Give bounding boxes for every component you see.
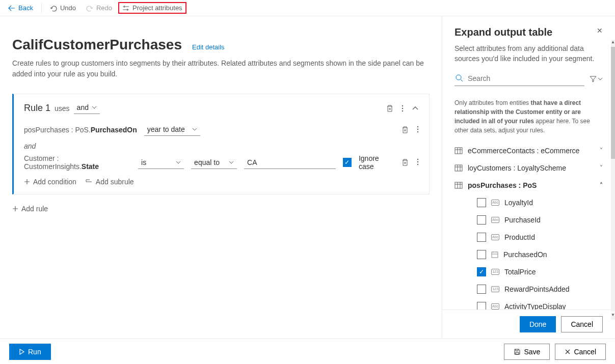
operator-dropdown[interactable]: year to date bbox=[144, 123, 200, 136]
svg-point-0 bbox=[402, 105, 403, 106]
attribute-checkbox[interactable] bbox=[477, 215, 486, 225]
attribute-name: PurchasedOn bbox=[503, 250, 547, 259]
entity-row[interactable]: posPurchases : PoS˄ bbox=[454, 177, 603, 194]
attribute-name: ActivityTypeDisplay bbox=[504, 302, 566, 310]
filter-button[interactable] bbox=[590, 75, 603, 82]
attribute-checkbox[interactable] bbox=[477, 198, 486, 207]
attribute-checkbox[interactable] bbox=[477, 302, 486, 310]
attribute-name: RewardPointsAdded bbox=[504, 285, 570, 293]
attribute-checkbox[interactable] bbox=[477, 285, 486, 294]
delete-icon[interactable] bbox=[402, 126, 409, 134]
date-icon bbox=[491, 251, 498, 258]
filter-icon bbox=[590, 75, 597, 82]
svg-rect-12 bbox=[455, 182, 462, 188]
project-attributes-button[interactable]: Project attributes bbox=[118, 2, 186, 14]
svg-point-1 bbox=[402, 107, 403, 108]
svg-rect-10 bbox=[455, 148, 462, 154]
attribute-row[interactable]: AbcPurchaseId bbox=[454, 211, 603, 229]
attribute-row[interactable]: AbcProductId bbox=[454, 229, 603, 246]
attribute-name: PurchaseId bbox=[504, 216, 541, 224]
panel-description: Select attributes from any additional da… bbox=[454, 43, 603, 64]
attribute-row[interactable]: AbcLoyaltyId bbox=[454, 194, 603, 211]
number-icon: 123 bbox=[491, 286, 499, 292]
entity-row[interactable]: loyCustomers : LoyaltyScheme˅ bbox=[454, 159, 603, 177]
done-button[interactable]: Done bbox=[520, 316, 556, 332]
sliders-icon bbox=[122, 5, 129, 12]
svg-point-7 bbox=[417, 161, 418, 162]
scroll-up-arrow[interactable]: ▲ bbox=[611, 40, 615, 47]
plus-icon bbox=[24, 179, 30, 185]
condition-attribute: Customer : CustomerInsights.State bbox=[24, 154, 131, 171]
separator bbox=[41, 3, 42, 13]
condition-row: posPurchases : PoS.PurchasedOn year to d… bbox=[24, 123, 419, 136]
rule-card: Rule 1 uses and posPurchases : PoS.Purch… bbox=[12, 94, 430, 194]
add-rule-button[interactable]: Add rule bbox=[12, 205, 48, 213]
undo-icon bbox=[50, 5, 57, 12]
chevron-down-icon bbox=[229, 161, 234, 164]
expand-output-panel: Expand output table ✕ Select attributes … bbox=[442, 16, 615, 339]
chevron-down-icon: ˅ bbox=[600, 147, 603, 154]
ignore-case-label: Ignore case bbox=[359, 154, 394, 171]
condition-row: Customer : CustomerInsights.State is equ… bbox=[24, 154, 419, 171]
text-icon: Abc bbox=[491, 234, 499, 240]
page-title: CalifCustomerPurchases bbox=[12, 37, 182, 53]
more-icon[interactable] bbox=[402, 105, 404, 112]
more-icon[interactable] bbox=[417, 158, 419, 165]
operator-dropdown[interactable]: is bbox=[138, 156, 184, 169]
chevron-down-icon bbox=[92, 106, 97, 109]
run-button[interactable]: Run bbox=[9, 344, 51, 360]
attribute-row[interactable]: AbcActivityTypeDisplay bbox=[454, 298, 603, 310]
comparator-dropdown[interactable]: equal to bbox=[191, 156, 237, 169]
play-icon bbox=[19, 349, 25, 355]
rule-uses-label: uses bbox=[55, 104, 70, 113]
number-icon: 123 bbox=[491, 269, 499, 275]
save-button[interactable]: Save bbox=[504, 344, 550, 360]
scroll-thumb[interactable] bbox=[611, 47, 615, 159]
undo-button[interactable]: Undo bbox=[46, 2, 80, 14]
edit-details-link[interactable]: Edit details bbox=[192, 43, 225, 51]
attribute-row[interactable]: 123RewardPointsAdded bbox=[454, 281, 603, 298]
attribute-row[interactable]: ✓123TotalPrice bbox=[454, 263, 603, 281]
attribute-name: TotalPrice bbox=[504, 268, 536, 276]
back-button[interactable]: Back bbox=[4, 2, 37, 14]
panel-note: Only attributes from entities that have … bbox=[442, 91, 615, 142]
svg-point-9 bbox=[456, 75, 461, 80]
search-input[interactable] bbox=[468, 74, 583, 82]
rule-logic-value: and bbox=[77, 103, 89, 111]
cancel-button[interactable]: Cancel bbox=[555, 344, 606, 360]
redo-label: Redo bbox=[96, 4, 112, 12]
table-icon bbox=[454, 147, 463, 154]
back-arrow-icon bbox=[8, 5, 15, 12]
search-icon bbox=[456, 74, 464, 82]
scrollbar[interactable] bbox=[611, 47, 615, 312]
attribute-name: ProductId bbox=[504, 233, 535, 241]
add-condition-button[interactable]: Add condition bbox=[24, 178, 76, 186]
attribute-name: LoyaltyId bbox=[504, 199, 533, 207]
ignore-case-checkbox[interactable]: ✓ bbox=[343, 158, 352, 167]
svg-point-4 bbox=[417, 128, 418, 129]
search-input-wrapper[interactable] bbox=[454, 72, 584, 86]
entity-name: loyCustomers : LoyaltyScheme bbox=[468, 164, 566, 172]
redo-button[interactable]: Redo bbox=[82, 2, 116, 14]
attribute-checkbox[interactable] bbox=[477, 233, 486, 242]
panel-cancel-button[interactable]: Cancel bbox=[561, 316, 603, 332]
scroll-down-arrow[interactable]: ▼ bbox=[611, 313, 615, 320]
value-input[interactable] bbox=[244, 156, 336, 169]
toolbar: Back Undo Redo Project attributes bbox=[0, 0, 615, 16]
chevron-up-icon[interactable] bbox=[412, 106, 419, 110]
svg-rect-13 bbox=[492, 252, 498, 258]
svg-point-2 bbox=[402, 110, 403, 111]
entity-row[interactable]: eCommerceContacts : eCommerce˅ bbox=[454, 142, 603, 159]
attribute-checkbox[interactable]: ✓ bbox=[477, 267, 486, 276]
main-content: CalifCustomerPurchases Edit details Crea… bbox=[0, 16, 442, 339]
close-icon[interactable]: ✕ bbox=[597, 26, 603, 35]
svg-point-6 bbox=[417, 159, 418, 160]
attribute-row[interactable]: PurchasedOn bbox=[454, 246, 603, 263]
delete-icon[interactable] bbox=[402, 158, 409, 166]
more-icon[interactable] bbox=[417, 126, 419, 133]
delete-icon[interactable] bbox=[386, 104, 393, 113]
add-subrule-button[interactable]: Add subrule bbox=[86, 178, 134, 186]
chevron-down-icon bbox=[192, 128, 197, 131]
attribute-checkbox[interactable] bbox=[477, 250, 486, 259]
rule-logic-dropdown[interactable]: and bbox=[74, 102, 100, 114]
